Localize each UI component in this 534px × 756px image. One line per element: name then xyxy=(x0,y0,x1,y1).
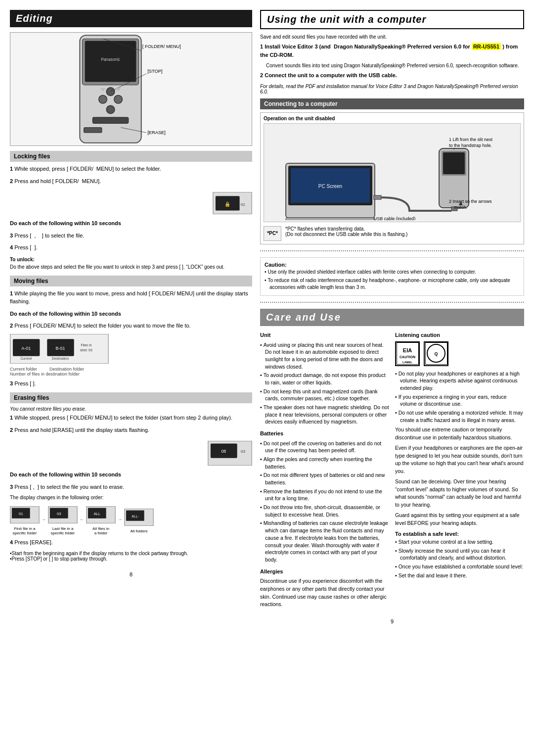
pc-flash-note: *PC* flashes when transferring data. (Do… xyxy=(285,226,407,237)
locking-step1: 1 While stopped, press [ FOLDER/ MENU] t… xyxy=(10,165,252,173)
safe-level-header: To establish a safe level: xyxy=(395,530,524,538)
logos-area: EIA CAUTION LABEL Q xyxy=(395,341,524,366)
batteries-bullets: Do not peel off the covering on batterie… xyxy=(260,440,389,564)
svg-text:EIA: EIA xyxy=(402,347,411,353)
unit-bullet-3: Do not keep this unit and magnetized car… xyxy=(260,388,389,402)
computer-intro: Save and edit sound files you have recor… xyxy=(260,34,524,40)
safe-level-4: Set the dial and leave it there. xyxy=(395,572,524,579)
svg-rect-9 xyxy=(84,128,102,133)
care-col-right: Listening caution EIA CAUTION LABEL xyxy=(395,331,524,609)
num-files-label: Number of files in destination folder xyxy=(10,372,252,377)
locking-files-header: Locking files xyxy=(10,151,252,162)
svg-text:ALL: ALL xyxy=(93,512,100,516)
svg-text:PC Screen: PC Screen xyxy=(318,184,342,189)
svg-text:03: 03 xyxy=(241,449,245,454)
connecting-title: Connecting to a computer xyxy=(260,98,524,109)
svg-text:03: 03 xyxy=(57,512,61,516)
battery-bullet-1: Do not peel off the covering on batterie… xyxy=(260,440,389,454)
listening-bullet-3: Do not use while operating a motorized v… xyxy=(395,409,524,424)
step1-detail: Convert sounds files into text using Dra… xyxy=(266,63,524,68)
safe-level-3: Once you have established a comfortable … xyxy=(395,563,524,570)
editing-title: Editing xyxy=(10,10,252,27)
svg-text:A-01: A-01 xyxy=(21,345,31,350)
svg-rect-8 xyxy=(92,117,129,123)
caution-item-2: To reduce risk of radio interference cau… xyxy=(265,277,520,291)
svg-text:CAUTION: CAUTION xyxy=(400,355,415,359)
erasing-tip2: •Press [STOP] or [ ] to stop partway thr… xyxy=(10,556,252,562)
erase-display-image: 08 03 xyxy=(208,441,252,466)
svg-text:[ FOLDER/  MENU]: [ FOLDER/ MENU] xyxy=(142,44,181,49)
svg-text:B-01: B-01 xyxy=(56,345,65,350)
svg-text:[STOP]: [STOP] xyxy=(147,69,162,74)
lock-display-image: 🔒 01 xyxy=(213,192,252,214)
erasing-step3: 3 Press [ , ] to select the file you wan… xyxy=(10,483,252,491)
moving-step2: 2 Press [ FOLDER/ MENU] to select the fo… xyxy=(10,322,252,330)
erasing-step4: 4 Press [ERASE]. xyxy=(10,538,252,547)
svg-text:Files in: Files in xyxy=(81,343,91,347)
listening-text2: Even if your headphones or earphones are… xyxy=(395,444,524,475)
svg-rect-52 xyxy=(374,195,381,199)
page-number-right: 9 xyxy=(260,618,524,624)
listening-bullets: Do not play your headphones or earphones… xyxy=(395,370,524,424)
listening-text3: Sound can be deceiving. Over time your h… xyxy=(395,478,524,509)
locking-step4: 4 Press [ ]. xyxy=(10,243,252,252)
last-file-label: Last file in aspecific folder xyxy=(48,526,78,535)
svg-text:01: 01 xyxy=(19,512,23,516)
step2-italic: For details, read the PDF and installati… xyxy=(260,84,524,94)
connect-svg: PC Screen 1 Lift from the slit next to t… xyxy=(264,124,520,220)
all-files-display: ALL xyxy=(86,506,116,523)
svg-text:USB cable (included): USB cable (included) xyxy=(374,216,416,220)
dotted-separator-2 xyxy=(260,302,524,303)
computer-step2: 2 Connect the unit to a computer with th… xyxy=(260,71,524,80)
file-display-sequence: 01 First file in aspecific folder → 03 L… xyxy=(10,503,252,535)
moving-diagram: A-01 B-01 Current Destination Files in d… xyxy=(10,334,109,364)
connect-diagram: PC Screen 1 Lift from the slit next to t… xyxy=(264,123,521,222)
all-folders-display: ALL- xyxy=(124,509,154,526)
svg-text:2 Insert so the arrows: 2 Insert so the arrows xyxy=(449,199,492,204)
locking-unlock: To unlock: Do the above steps and select… xyxy=(10,256,252,271)
first-file-display: 01 xyxy=(10,506,40,523)
care-col-left: Unit Avoid using or placing this unit ne… xyxy=(260,331,389,609)
erasing-step3-intro: Do each of the following within 10 secon… xyxy=(10,471,252,479)
pc-flash-area: *PC* *PC* flashes when transferring data… xyxy=(264,226,521,241)
svg-text:01: 01 xyxy=(241,202,245,207)
svg-rect-55 xyxy=(443,152,465,174)
svg-point-5 xyxy=(114,95,123,103)
page-container: Editing Panasonic [ FOLDER/ ME xyxy=(0,0,534,756)
safe-level-list: Start your volume control at a low setti… xyxy=(395,538,524,579)
battery-bullet-4: Remove the batteries if you do not inten… xyxy=(260,488,389,502)
svg-text:Destination: Destination xyxy=(52,356,69,360)
erasing-files-header: Erasing files xyxy=(10,392,252,403)
erasing-tip1: •Start from the beginning again if the d… xyxy=(10,551,252,556)
svg-text:Q: Q xyxy=(434,351,438,356)
listening-text1: You should use extreme caution or tempor… xyxy=(395,426,524,442)
battery-bullet-6: Mishandling of batteries can cause elect… xyxy=(260,520,389,563)
eia-logo: EIA CAUTION LABEL xyxy=(395,341,420,366)
right-column: Using the unit with a computer Save and … xyxy=(260,10,524,746)
svg-text:ALL-: ALL- xyxy=(132,514,138,518)
operation-disabled-label: Operation on the unit disabled xyxy=(264,116,521,121)
caution-list: Use only the provided shielded interface… xyxy=(265,269,520,291)
pc-icon: *PC* xyxy=(264,226,281,241)
allergies-text: Discontinue use if you experience discom… xyxy=(260,577,389,609)
erasing-step1: 1 While stopped, press [ FOLDER/ MENU] t… xyxy=(10,414,252,422)
unit-bullets: Avoid using or placing this unit near so… xyxy=(260,341,389,426)
first-file-label: First file in aspecific folder xyxy=(10,526,40,535)
svg-text:08: 08 xyxy=(221,449,226,454)
svg-text:to the handstrap hole.: to the handstrap hole. xyxy=(449,143,492,148)
moving-step1: 1 While playing the file you want to mov… xyxy=(10,289,252,306)
safe-level-2: Slowly increase the sound until you can … xyxy=(395,547,524,562)
all-folders-label: All folders xyxy=(124,529,154,533)
listening-text4: Guard against this by setting your equip… xyxy=(395,512,524,527)
locking-step2: 2 Press and hold [ FOLDER/ MENU]. xyxy=(10,177,252,186)
svg-text:LABEL: LABEL xyxy=(402,361,412,364)
svg-text:Panasonic: Panasonic xyxy=(101,57,120,62)
unit-bullet-2: To avoid product damage, do not expose t… xyxy=(260,372,389,386)
svg-point-7 xyxy=(106,105,115,114)
all-files-label: All files ina folder xyxy=(86,526,116,535)
battery-bullet-3: Do not mix different types of batteries … xyxy=(260,472,389,486)
locking-step3: 3 Press [ , ] to select the file. xyxy=(10,232,252,240)
moving-step3: 3 Press [ ]. xyxy=(10,379,252,388)
svg-text:1 Lift from the slit next: 1 Lift from the slit next xyxy=(449,137,493,142)
svg-point-4 xyxy=(99,95,107,103)
